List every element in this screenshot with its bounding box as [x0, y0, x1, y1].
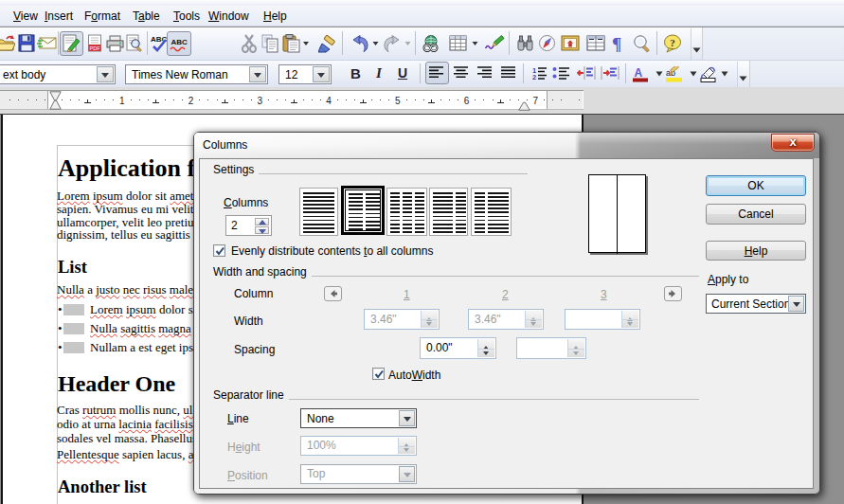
svg-text:A: A — [635, 66, 643, 80]
svg-text:¶: ¶ — [612, 34, 621, 53]
svg-text:?: ? — [670, 37, 675, 48]
